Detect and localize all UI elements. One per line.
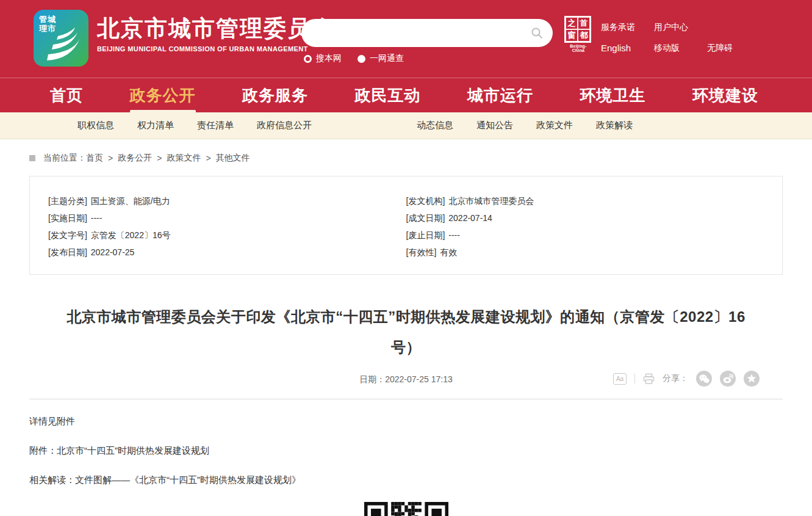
qr-code-svg [364, 502, 448, 516]
article-date-row: 日期：2022-07-25 17:13 Aa 分享： [0, 369, 812, 390]
subnav-item-policy-documents[interactable]: 政策文件 [536, 120, 573, 131]
qzone-star-icon[interactable] [744, 371, 760, 387]
article-title: 北京市城市管理委员会关于印发《北京市“十四五”时期供热发展建设规划》的通知（京管… [52, 302, 760, 363]
breadcrumb-separator: > [157, 153, 162, 163]
meta-label: [有效性] [406, 247, 437, 257]
breadcrumb-gov-disclosure[interactable]: 政务公开 [118, 153, 152, 164]
capwin-char: 首 [578, 17, 590, 29]
subnav-item-authority-info[interactable]: 职权信息 [77, 120, 114, 131]
site-header: 管城 理市 北京市城市管理委员会 BEIJING MUNICIPAL COMMI… [0, 0, 812, 78]
org-subtitle: BEIJING MUNICIPAL COMMISSION OF URBAN MA… [97, 45, 335, 53]
quick-links: 服务承诺 用户中心 English 移动版 无障碍 [601, 22, 760, 64]
capwin-char: 之 [566, 17, 578, 29]
main-nav: 首页 政务公开 政务服务 政民互动 城市运行 环境卫生 环境建设 [0, 78, 812, 112]
breadcrumb-other-documents[interactable]: 其他文件 [216, 153, 250, 164]
subnav-item-gov-info-disclosure[interactable]: 政府信息公开 [257, 120, 312, 131]
capwin-char: 窗 [566, 29, 578, 42]
meta-value: ---- [91, 213, 102, 223]
meta-label: [实施日期] [48, 213, 87, 223]
article-body: 详情见附件 附件：北京市“十四五”时期供热发展建设规划 相关解读：文件图解——《… [29, 415, 812, 486]
paragraph-details: 详情见附件 [29, 415, 812, 427]
link-english[interactable]: English [601, 43, 654, 54]
wechat-icon[interactable] [696, 371, 712, 387]
breadcrumb-home[interactable]: 首页 [86, 153, 103, 164]
meta-value: 有效 [440, 247, 457, 257]
capwin-caption: Beijing-China [564, 44, 592, 53]
org-title: 北京市城市管理委员会 [97, 15, 335, 43]
magnifier-icon[interactable] [531, 27, 543, 39]
capwin-char: 都 [578, 29, 590, 42]
meta-label: [发布日期] [48, 247, 87, 257]
site-logo[interactable]: 管城 理市 北京市城市管理委员会 BEIJING MUNICIPAL COMMI… [34, 10, 335, 67]
share-label: 分享： [663, 373, 688, 384]
document-meta-box: [主题分类]国土资源、能源/电力 [实施日期]---- [发文字号]京管发〔20… [29, 176, 783, 275]
subnav-item-notices[interactable]: 通知公告 [476, 120, 513, 131]
date-value: 2022-07-25 17:13 [385, 374, 453, 384]
nav-item-home[interactable]: 首页 [50, 78, 83, 113]
logo-badge-icon: 管城 理市 [34, 10, 88, 67]
meta-value: ---- [448, 230, 460, 240]
meta-topic-category: [主题分类]国土资源、能源/电力 [48, 192, 406, 209]
nav-item-environmental-construction[interactable]: 环境建设 [692, 78, 758, 113]
subnav-item-responsibility-list[interactable]: 责任清单 [197, 120, 234, 131]
scope-label: 搜本网 [316, 53, 342, 64]
nav-item-environmental-sanitation[interactable]: 环境卫生 [580, 78, 646, 113]
org-name-block: 北京市城市管理委员会 BEIJING MUNICIPAL COMMISSION … [97, 10, 335, 53]
link-mobile-version[interactable]: 移动版 [654, 43, 707, 54]
printer-icon[interactable] [643, 373, 655, 385]
nav-item-public-interaction[interactable]: 政民互动 [355, 78, 421, 113]
page: 管城 理市 北京市城市管理委员会 BEIJING MUNICIPAL COMMI… [0, 0, 812, 516]
date-label: 日期： [359, 374, 385, 384]
related-interpretation-link[interactable]: 相关解读：文件图解——《北京市“十四五”时期供热发展建设规划》 [29, 474, 812, 486]
breadcrumb-separator: > [206, 153, 210, 163]
meta-value: 2022-07-25 [91, 247, 135, 257]
logo-swoosh-icon [40, 16, 87, 65]
meta-label: [废止日期] [406, 230, 445, 240]
search-box [301, 19, 553, 47]
title-divider [29, 399, 783, 399]
weibo-icon[interactable] [720, 371, 736, 387]
subnav-item-power-list[interactable]: 权力清单 [137, 120, 174, 131]
nav-item-city-operation[interactable]: 城市运行 [467, 78, 533, 113]
search-area: 搜本网 一网通查 [301, 19, 553, 64]
radio-selected-icon[interactable] [304, 55, 312, 63]
meta-validity: [有效性]有效 [406, 244, 764, 261]
meta-implementation-date: [实施日期]---- [48, 209, 406, 227]
subnav-item-policy-interpretation[interactable]: 政策解读 [596, 120, 633, 131]
scope-label: 一网通查 [370, 53, 404, 64]
capital-window-grid-icon: 之 首 窗 都 [564, 16, 591, 43]
font-size-icon[interactable]: Aa [613, 373, 627, 385]
meta-label: [发文机构] [406, 196, 445, 206]
scope-option-network[interactable]: 一网通查 [357, 53, 404, 64]
meta-label: [发文字号] [48, 230, 87, 240]
link-service-promise[interactable]: 服务承诺 [601, 22, 654, 33]
meta-publish-date: [发布日期]2022-07-25 [48, 244, 406, 261]
breadcrumb-policy-documents[interactable]: 政策文件 [167, 153, 201, 164]
meta-left-column: [主题分类]国土资源、能源/电力 [实施日期]---- [发文字号]京管发〔20… [48, 192, 406, 261]
search-input[interactable] [314, 21, 521, 45]
breadcrumb-square-icon [29, 155, 35, 161]
radio-unselected-icon[interactable] [357, 55, 365, 63]
meta-label: [主题分类] [48, 196, 87, 206]
subnav-item-dynamic-info[interactable]: 动态信息 [417, 120, 453, 131]
meta-right-column: [发文机构]北京市城市管理委员会 [成文日期]2022-07-14 [废止日期]… [406, 192, 764, 261]
search-scope-options: 搜本网 一网通查 [304, 53, 553, 64]
meta-value: 2022-07-14 [448, 213, 492, 223]
breadcrumb: 当前位置： 首页 > 政务公开 > 政策文件 > 其他文件 [29, 153, 812, 164]
sub-nav: 职权信息 权力清单 责任清单 政府信息公开 动态信息 通知公告 政策文件 政策解… [0, 112, 812, 139]
qr-code [364, 502, 448, 516]
breadcrumb-prefix: 当前位置： [43, 153, 86, 164]
scope-option-site[interactable]: 搜本网 [304, 53, 342, 64]
meta-label: [成文日期] [406, 213, 445, 223]
attachment-link[interactable]: 附件：北京市“十四五”时期供热发展建设规划 [29, 445, 812, 457]
meta-document-number: [发文字号]京管发〔2022〕16号 [48, 227, 406, 244]
capital-window-logo[interactable]: 之 首 窗 都 Beijing-China [564, 16, 592, 53]
link-user-center[interactable]: 用户中心 [654, 22, 707, 33]
link-accessibility[interactable]: 无障碍 [707, 43, 760, 54]
meta-value: 北京市城市管理委员会 [448, 196, 534, 206]
nav-item-gov-disclosure[interactable]: 政务公开 [130, 78, 196, 113]
article-tools: Aa 分享： [613, 371, 760, 387]
breadcrumb-separator: > [108, 153, 113, 163]
nav-item-gov-services[interactable]: 政务服务 [242, 78, 308, 113]
meta-repeal-date: [废止日期]---- [406, 227, 764, 244]
